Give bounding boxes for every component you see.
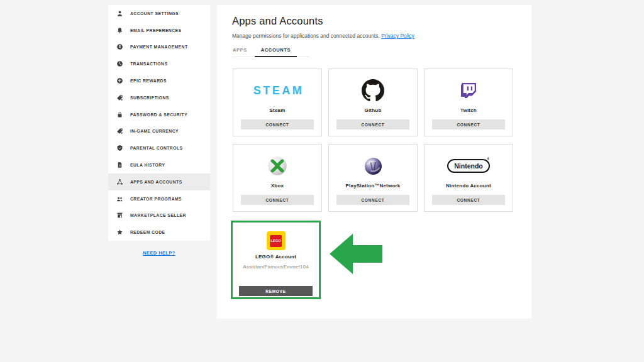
bell-icon — [116, 27, 123, 34]
star-icon — [116, 229, 123, 236]
connect-steam-button[interactable]: CONNECT — [241, 119, 314, 129]
tab-accounts[interactable]: ACCOUNTS — [255, 47, 297, 57]
account-name: PlayStation™Network — [329, 183, 417, 189]
sidebar-item-label: PARENTAL CONTROLS — [130, 146, 183, 150]
highlight-arrow-icon — [330, 233, 383, 277]
sidebar-item-subscriptions[interactable]: 0 SUBSCRIPTIONS — [108, 89, 210, 106]
people-icon — [116, 195, 123, 202]
sidebar-item-label: MARKETPLACE SELLER — [130, 213, 186, 217]
account-name: Nintendo Account — [425, 183, 513, 189]
svg-text:$: $ — [119, 45, 121, 49]
subtitle-text: Manage permissions for applications and … — [232, 33, 380, 39]
connect-twitch-button[interactable]: CONNECT — [432, 119, 505, 129]
page-subtitle: Manage permissions for applications and … — [232, 33, 518, 39]
storefront-icon — [116, 212, 123, 219]
sidebar-item-label: PASSWORD & SECURITY — [130, 112, 187, 117]
account-card-lego: LEGO LEGO® Account AssistantFamousEmmet1… — [233, 229, 319, 304]
plus-circle-icon — [116, 77, 123, 84]
sidebar-item-redeem-code[interactable]: REDEEM CODE — [108, 224, 210, 241]
connect-playstation-button[interactable]: CONNECT — [336, 195, 409, 205]
tab-bar: APPS ACCOUNTS — [232, 47, 310, 57]
privacy-policy-link[interactable]: Privacy Policy — [381, 33, 414, 39]
page-title: Apps and Accounts — [232, 15, 518, 27]
shield-check-icon — [116, 145, 123, 151]
currency-tag-icon: $ — [116, 128, 123, 134]
highlight-box: LEGO LEGO® Account AssistantFamousEmmet1… — [231, 221, 321, 299]
sidebar-item-transactions[interactable]: TRANSACTIONS — [108, 55, 210, 72]
account-card-xbox: Xbox CONNECT — [233, 144, 322, 212]
account-card-github: Github CONNECT — [328, 69, 418, 136]
connect-github-button[interactable]: CONNECT — [336, 119, 409, 129]
sidebar-item-label: IN-GAME CURRENCY — [130, 129, 179, 133]
sidebar-item-label: SUBSCRIPTIONS — [130, 96, 169, 100]
clock-icon — [116, 60, 123, 67]
need-help-link[interactable]: NEED HELP? — [143, 250, 175, 256]
sidebar-item-password-security[interactable]: PASSWORD & SECURITY — [108, 106, 210, 123]
account-card-playstation: PlayStation™Network CONNECT — [328, 144, 418, 212]
need-help-container: NEED HELP? — [108, 246, 210, 257]
playstation-logo-icon — [329, 150, 417, 182]
sidebar-item-payment-management[interactable]: $ PAYMENT MANAGEMENT — [108, 39, 210, 56]
person-icon — [116, 10, 123, 17]
twitch-logo-icon — [425, 75, 513, 106]
accounts-grid: STEAM Steam CONNECT Github CONNECT Twitc… — [233, 69, 513, 212]
sidebar-item-in-game-currency[interactable]: $ IN-GAME CURRENCY — [108, 123, 210, 140]
account-name: Steam — [233, 107, 321, 113]
subscription-tag-icon: 0 — [116, 94, 123, 101]
nintendo-wordmark: Nintendo ® — [447, 159, 490, 173]
xbox-logo-icon — [233, 150, 321, 182]
sidebar-item-email-preferences[interactable]: EMAIL PREFERENCES — [108, 22, 210, 39]
account-card-steam: STEAM Steam CONNECT — [233, 69, 322, 136]
linked-account-username: AssistantFamousEmmet104 — [233, 264, 319, 270]
sidebar-item-account-settings[interactable]: ACCOUNT SETTINGS — [108, 5, 210, 22]
sidebar-item-label: EPIC REWARDS — [130, 79, 167, 83]
steam-logo: STEAM — [233, 75, 321, 106]
account-name: Xbox — [233, 183, 321, 189]
sidebar-item-epic-rewards[interactable]: EPIC REWARDS — [108, 72, 210, 89]
nintendo-logo: Nintendo ® — [425, 150, 513, 182]
lock-icon — [116, 111, 123, 118]
account-name: Twitch — [425, 107, 513, 113]
sidebar-item-label: CREATOR PROGRAMS — [130, 197, 182, 201]
connected-nodes-icon — [116, 178, 123, 185]
tab-apps[interactable]: APPS — [232, 47, 255, 57]
sidebar-item-apps-and-accounts[interactable]: APPS AND ACCOUNTS — [108, 173, 210, 190]
registered-mark: ® — [487, 158, 489, 162]
connect-nintendo-button[interactable]: CONNECT — [432, 195, 505, 205]
sidebar-item-parental-controls[interactable]: PARENTAL CONTROLS — [108, 140, 210, 156]
epic-account-settings-page: ACCOUNT SETTINGS EMAIL PREFERENCES $ PAY… — [0, 0, 644, 362]
github-logo-icon — [329, 75, 417, 106]
account-name: Github — [329, 107, 417, 113]
sidebar-item-eula-history[interactable]: EULA HISTORY — [108, 156, 210, 173]
sidebar-item-label: PAYMENT MANAGEMENT — [130, 45, 188, 49]
sidebar-item-label: EMAIL PREFERENCES — [130, 28, 182, 33]
steam-wordmark: STEAM — [251, 84, 304, 97]
sidebar-item-creator-programs[interactable]: CREATOR PROGRAMS — [108, 190, 210, 207]
account-card-twitch: Twitch CONNECT — [424, 69, 513, 136]
lego-wordmark: LEGO — [270, 239, 280, 243]
sidebar-item-label: REDEEM CODE — [130, 230, 165, 234]
remove-lego-button[interactable]: REMOVE — [239, 286, 313, 296]
sidebar-item-marketplace-seller[interactable]: MARKETPLACE SELLER — [108, 207, 210, 224]
sidebar-item-label: APPS AND ACCOUNTS — [130, 180, 182, 184]
sidebar-item-label: EULA HISTORY — [130, 163, 165, 167]
document-icon — [116, 162, 123, 168]
lego-logo-icon: LEGO — [233, 229, 319, 253]
settings-sidebar: ACCOUNT SETTINGS EMAIL PREFERENCES $ PAY… — [108, 5, 210, 241]
sidebar-item-label: TRANSACTIONS — [130, 62, 167, 66]
connect-xbox-button[interactable]: CONNECT — [241, 195, 314, 205]
account-card-nintendo: Nintendo ® Nintendo Account CONNECT — [424, 144, 513, 212]
sidebar-item-label: ACCOUNT SETTINGS — [130, 11, 179, 16]
dollar-circle-icon: $ — [116, 43, 123, 50]
account-name: LEGO® Account — [233, 254, 319, 260]
